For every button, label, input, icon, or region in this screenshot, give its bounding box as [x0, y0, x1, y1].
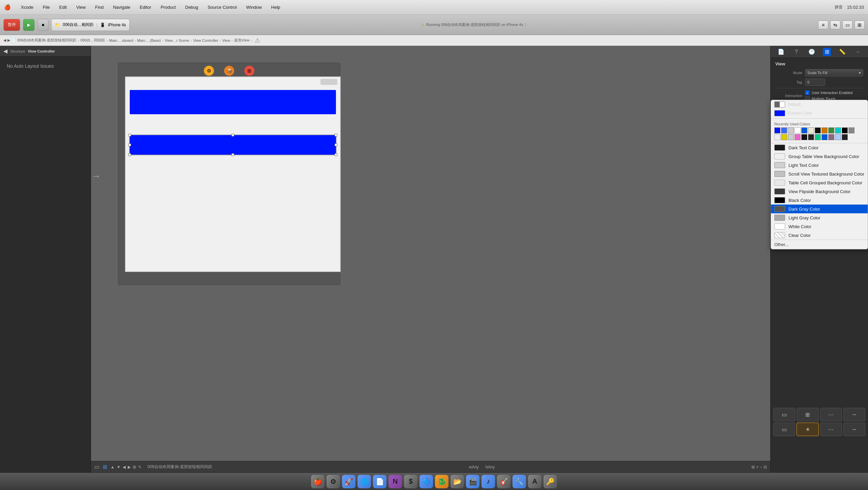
canvas-up-icon[interactable]: ▲: [111, 465, 115, 469]
dock-onenote[interactable]: N: [389, 475, 402, 488]
swatch-orange[interactable]: [822, 127, 828, 133]
menubar-edit[interactable]: Edit: [57, 4, 69, 10]
storyboard-icon-3[interactable]: ⊞: [244, 66, 254, 76]
dock-terminal[interactable]: $: [404, 475, 417, 488]
user-interaction-checkbox[interactable]: ✓ User Interaction Enabled: [805, 90, 852, 95]
grid-btn-8[interactable]: ↔: [843, 423, 865, 436]
dock-xcode[interactable]: 🔷: [420, 475, 433, 488]
menubar-xcode[interactable]: Xcode: [19, 4, 35, 10]
inspector-file-icon[interactable]: 📄: [777, 48, 785, 56]
swatch-green[interactable]: [828, 127, 834, 133]
dock-xcode2[interactable]: 🔧: [513, 475, 526, 488]
layout-btn-4[interactable]: ⊞: [855, 21, 865, 29]
color-dark-text[interactable]: Dark Text Color: [771, 143, 868, 152]
menubar-navigate[interactable]: Navigate: [111, 4, 132, 10]
swatch-light[interactable]: [774, 134, 780, 140]
breadcrumb-7[interactable]: 蓝色View: [234, 38, 250, 43]
menubar-debug[interactable]: Debug: [183, 4, 200, 10]
scheme-selector[interactable]: 📁 006自动…相间距 | 📱 iPhone 4s: [51, 19, 130, 31]
menubar-file[interactable]: File: [41, 4, 52, 10]
dock-prefs[interactable]: ⚙: [327, 475, 340, 488]
grid-btn-4[interactable]: ↔: [843, 408, 865, 421]
inspector-tag-input[interactable]: [805, 79, 825, 86]
swatch-teal[interactable]: [815, 134, 821, 140]
menubar-find[interactable]: Find: [93, 4, 105, 10]
storyboard-icon-2[interactable]: 📦: [224, 66, 234, 76]
swatch-blue2[interactable]: [781, 127, 787, 133]
grid-btn-5[interactable]: ▭: [773, 423, 795, 436]
breadcrumb-3[interactable]: Main….(Base): [137, 38, 161, 42]
resize-handle-bl[interactable]: [128, 153, 131, 156]
grid-btn-6[interactable]: ☀: [797, 423, 818, 436]
zoom-in-icon[interactable]: +: [756, 465, 758, 469]
inspector-history-icon[interactable]: 🕐: [808, 48, 816, 56]
menubar-view[interactable]: View: [74, 4, 88, 10]
swatch-cyan[interactable]: [835, 127, 841, 133]
color-other-btn[interactable]: Other...: [771, 240, 868, 249]
storyboard-icon-1[interactable]: ⚙: [204, 66, 214, 76]
grid-btn-3[interactable]: ⋯: [820, 408, 842, 421]
layout-btn-1[interactable]: ≡: [818, 21, 828, 29]
color-scroll-textured-bg[interactable]: Scroll View Textured Background Color: [771, 170, 868, 178]
zoom-panel-icon[interactable]: ⊟: [764, 465, 767, 469]
dock-safari[interactable]: 🌐: [358, 475, 371, 488]
inspector-attrs-icon[interactable]: ⊞: [823, 48, 831, 56]
blue-bar-2-selected[interactable]: [129, 134, 337, 155]
swatch-dark4[interactable]: [842, 134, 848, 140]
breadcrumb-2[interactable]: Main….xboard: [109, 38, 133, 42]
play-btn[interactable]: ▶: [23, 19, 35, 31]
swatch-blue3[interactable]: [801, 127, 807, 133]
swatch-yellow[interactable]: [781, 134, 787, 140]
resize-handle-tm[interactable]: [231, 134, 234, 136]
dock-instruments[interactable]: 🎸: [497, 475, 510, 488]
resize-handle-bm[interactable]: [231, 153, 234, 156]
dock-util[interactable]: 🔑: [544, 475, 557, 488]
color-light-gray[interactable]: Light Gray Color: [771, 213, 868, 222]
swatch-lightblue[interactable]: [835, 134, 841, 140]
inspector-ruler-icon[interactable]: 📏: [838, 48, 846, 56]
swatch-blue4[interactable]: [822, 134, 828, 140]
breadcrumb-5[interactable]: View Controller: [193, 38, 218, 42]
canvas-mode-btn[interactable]: ▭: [94, 464, 99, 470]
canvas-down-icon[interactable]: ▼: [117, 465, 121, 469]
menubar-product[interactable]: Product: [159, 4, 178, 10]
resize-handle-ml[interactable]: [128, 144, 131, 146]
dock-dragon[interactable]: 🐉: [435, 475, 448, 488]
grid-btn-1[interactable]: ▭: [773, 408, 795, 421]
resize-handle-br[interactable]: [335, 153, 337, 156]
color-current-row[interactable]: Current Color: [771, 109, 868, 118]
swatch-black[interactable]: [842, 127, 848, 133]
swatch-dark3[interactable]: [808, 134, 814, 140]
zoom-out-icon[interactable]: −: [760, 465, 762, 469]
color-light-text[interactable]: Light Text Color: [771, 161, 868, 170]
canvas-area[interactable]: ⚙ 📦 ⊞: [91, 46, 770, 472]
color-black[interactable]: Black Color: [771, 196, 868, 205]
breadcrumb-nav-fwd[interactable]: ▶: [7, 38, 10, 42]
color-default-row[interactable]: Default: [771, 100, 868, 109]
layout-btn-3[interactable]: ▭: [842, 21, 852, 29]
grid-btn-2[interactable]: ⊞: [797, 408, 818, 421]
swatch-gray3[interactable]: [788, 134, 794, 140]
breadcrumb-6[interactable]: View: [222, 38, 230, 42]
swatch-cream[interactable]: [808, 127, 814, 133]
dock-finder[interactable]: 🍎: [311, 475, 324, 488]
menubar-source-control[interactable]: Source Control: [206, 4, 239, 10]
canvas-cursor-icon[interactable]: ✎: [138, 465, 142, 469]
swatch-blue1[interactable]: [774, 127, 780, 133]
color-dark-gray[interactable]: Dark Gray Color: [771, 205, 868, 213]
layout-btn-2[interactable]: ⇆: [830, 21, 840, 29]
blue-bar-1[interactable]: [130, 90, 336, 114]
swatch-pink[interactable]: [795, 134, 801, 140]
grid-btn-7[interactable]: ⋯: [820, 423, 842, 436]
canvas-right-icon[interactable]: ▶: [128, 465, 131, 469]
stop-btn[interactable]: 暂停: [3, 19, 20, 31]
swatch-white[interactable]: [795, 127, 801, 133]
canvas-left-icon[interactable]: ◀: [123, 465, 126, 469]
dock-music[interactable]: ♪: [482, 475, 495, 488]
square-btn[interactable]: ■: [37, 19, 49, 31]
inspector-constraints-icon[interactable]: →: [854, 48, 862, 56]
canvas-debug-btn[interactable]: ⊞: [103, 464, 107, 470]
dock-store[interactable]: A: [528, 475, 541, 488]
breadcrumb-4[interactable]: View…r Scene: [165, 38, 189, 42]
menubar-editor[interactable]: Editor: [138, 4, 153, 10]
